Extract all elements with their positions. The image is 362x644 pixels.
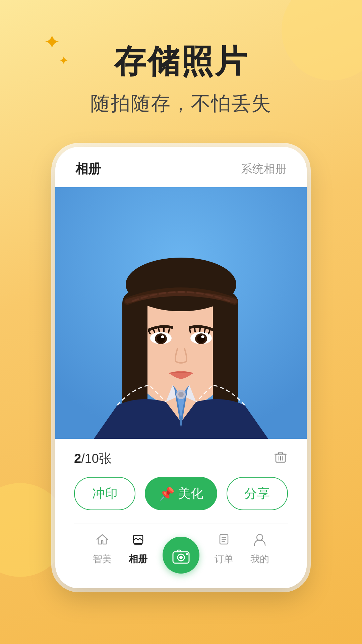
tab-album[interactable]: 相册 bbox=[75, 160, 101, 177]
svg-point-23 bbox=[179, 556, 183, 559]
orders-icon bbox=[217, 532, 231, 550]
nav-item-album[interactable]: 相册 bbox=[120, 532, 156, 566]
svg-point-18 bbox=[178, 392, 184, 397]
photo-display bbox=[55, 187, 307, 439]
star-small-icon: ✦ bbox=[59, 54, 69, 68]
nav-item-orders[interactable]: 订单 bbox=[206, 532, 242, 566]
beautify-button[interactable]: 📌 美化 bbox=[145, 477, 217, 510]
beautify-label: 美化 bbox=[178, 485, 203, 502]
phone-content-area: 2/10张 冲印 📌 美化 分享 bbox=[55, 439, 307, 588]
nav-label-album: 相册 bbox=[129, 553, 147, 566]
bottom-nav: 智美 相册 bbox=[74, 524, 288, 578]
main-title: 存储照片 bbox=[27, 40, 335, 84]
count-current: 2 bbox=[74, 451, 81, 466]
pin-icon: 📌 bbox=[159, 486, 175, 501]
nav-label-mine: 我的 bbox=[250, 553, 269, 566]
header-section: ✦ ✦ 存储照片 随拍随存，不怕丢失 bbox=[0, 0, 362, 137]
mine-icon bbox=[252, 532, 267, 550]
camera-button[interactable] bbox=[163, 537, 199, 574]
nav-item-mine[interactable]: 我的 bbox=[242, 532, 278, 566]
nav-label-home: 智美 bbox=[93, 553, 112, 566]
share-button[interactable]: 分享 bbox=[227, 477, 288, 510]
delete-button[interactable] bbox=[273, 449, 288, 468]
count-row: 2/10张 bbox=[74, 449, 288, 468]
svg-point-24 bbox=[186, 553, 188, 555]
svg-point-16 bbox=[201, 335, 204, 338]
svg-point-12 bbox=[161, 335, 164, 338]
home-icon bbox=[95, 532, 110, 550]
svg-point-26 bbox=[257, 534, 263, 540]
action-buttons: 冲印 📌 美化 分享 bbox=[74, 477, 288, 510]
phone-topbar: 相册 系统相册 bbox=[55, 147, 307, 187]
phone-mockup: 相册 系统相册 bbox=[55, 147, 307, 588]
photo-count: 2/10张 bbox=[74, 450, 112, 467]
portrait-svg bbox=[55, 187, 307, 439]
nav-label-orders: 订单 bbox=[215, 553, 233, 566]
nav-item-home[interactable]: 智美 bbox=[84, 532, 120, 566]
tab-system-album[interactable]: 系统相册 bbox=[241, 161, 287, 177]
sub-title: 随拍随存，不怕丢失 bbox=[27, 91, 335, 117]
print-button[interactable]: 冲印 bbox=[74, 477, 135, 510]
star-large-icon: ✦ bbox=[44, 30, 60, 54]
album-icon bbox=[131, 532, 145, 550]
